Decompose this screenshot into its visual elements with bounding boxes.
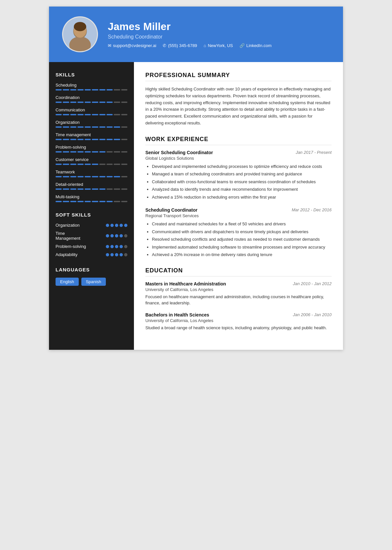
skill-name: Customer service <box>56 157 127 162</box>
main-content: PROFESSIONAL SUMMARY Highly skilled Sche… <box>134 62 343 350</box>
job-company: Regional Transport Services <box>145 213 332 218</box>
job-bullet: Developed and implemented scheduling pro… <box>152 163 332 170</box>
skill-name: Organization <box>56 120 127 125</box>
skill-name: Coordination <box>56 95 127 100</box>
education-item: Bachelors in Health Sciences Jan 2006 - … <box>145 312 332 331</box>
edu-school: University of California, Los Angeles <box>145 318 332 323</box>
soft-skills-list: OrganizationTimeManagementProblem-solvin… <box>56 223 127 257</box>
summary-title: PROFESSIONAL SUMMARY <box>145 72 332 81</box>
job-bullet: Communicated with drivers and dispatcher… <box>152 229 332 235</box>
skill-name: Time management <box>56 132 127 137</box>
job-dates: Jan 2017 - Present <box>296 150 332 155</box>
soft-skill-item: Adaptability <box>56 252 127 257</box>
education-title: EDUCATION <box>145 267 332 277</box>
experience-section: WORK EXPERIENCE Senior Scheduling Coordi… <box>145 136 332 258</box>
candidate-name: James Miller <box>108 21 271 33</box>
job-bullet: Created and maintained schedules for a f… <box>152 221 332 227</box>
languages-list: EnglishSpanish <box>56 278 127 286</box>
education-list: Masters in Healthcare Administration Jan… <box>145 281 332 331</box>
soft-skill-item: TimeManagement <box>56 231 127 241</box>
skills-list: SchedulingCoordinationCommunicationOrgan… <box>56 83 127 202</box>
summary-section: PROFESSIONAL SUMMARY Highly skilled Sche… <box>145 72 332 127</box>
skill-name: Detail-oriented <box>56 182 127 187</box>
resume-body: SKILLS SchedulingCoordinationCommunicati… <box>49 62 343 350</box>
soft-skill-name: TimeManagement <box>56 231 106 241</box>
education-section: EDUCATION Masters in Healthcare Administ… <box>145 267 332 331</box>
job-bullet: Analyzed data to identify trends and mak… <box>152 186 332 193</box>
skill-name: Scheduling <box>56 83 127 88</box>
edu-description: Focused on healthcare management and adm… <box>145 294 332 306</box>
languages-section: LANGUAGES EnglishSpanish <box>56 267 127 286</box>
edu-school: University of California, Los Angeles <box>145 287 332 292</box>
linkedin-text: LinkedIn.com <box>246 43 271 48</box>
resume-container: James Miller Scheduling Coordinator ✉ su… <box>49 7 343 350</box>
edu-dates: Jan 2006 - Jan 2010 <box>293 312 332 317</box>
edu-dates: Jan 2010 - Jan 2012 <box>293 281 332 286</box>
avatar <box>62 16 98 52</box>
contact-email: ✉ support@cvdesigner.ai <box>108 43 156 48</box>
skills-section: SKILLS SchedulingCoordinationCommunicati… <box>56 72 127 202</box>
skill-name: Multi-tasking <box>56 194 127 199</box>
skill-item: Time management <box>56 132 127 140</box>
soft-skill-name: Organization <box>56 223 106 228</box>
edu-degree: Bachelors in Health Sciences <box>145 312 209 317</box>
skill-name: Communication <box>56 107 127 112</box>
skills-title: SKILLS <box>56 72 127 77</box>
linkedin-icon: 🔗 <box>239 43 245 48</box>
job-bullet: Collaborated with cross-functional teams… <box>152 179 332 185</box>
phone-text: (555) 345-6789 <box>168 43 197 48</box>
skill-item: Scheduling <box>56 83 127 90</box>
education-item: Masters in Healthcare Administration Jan… <box>145 281 332 306</box>
summary-text: Highly skilled Scheduling Coordinator wi… <box>145 86 332 127</box>
phone-icon: ✆ <box>163 43 166 48</box>
skill-item: Teamwork <box>56 170 127 177</box>
contact-location: ⌂ NewYork, US <box>204 43 233 48</box>
skill-item: Customer service <box>56 157 127 165</box>
skill-name: Teamwork <box>56 170 127 174</box>
contact-linkedin: 🔗 LinkedIn.com <box>239 43 271 48</box>
skill-item: Organization <box>56 120 127 128</box>
skill-item: Multi-tasking <box>56 194 127 202</box>
soft-skills-title: SOFT SKILLS <box>56 212 127 218</box>
edu-degree: Masters in Healthcare Administration <box>145 281 226 286</box>
contact-phone: ✆ (555) 345-6789 <box>163 43 197 48</box>
email-icon: ✉ <box>108 43 111 48</box>
languages-title: LANGUAGES <box>56 267 127 272</box>
soft-skill-name: Adaptability <box>56 252 106 257</box>
skill-item: Problem-solving <box>56 145 127 153</box>
job-bullet: Implemented automated scheduling softwar… <box>152 244 332 251</box>
edu-description: Studied a broad range of health science … <box>145 325 332 331</box>
soft-skill-item: Organization <box>56 223 127 228</box>
job-item: Senior Scheduling Coordinator Jan 2017 -… <box>145 150 332 201</box>
language-tag: English <box>56 278 79 286</box>
skill-item: Coordination <box>56 95 127 103</box>
contact-list: ✉ support@cvdesigner.ai ✆ (555) 345-6789… <box>108 43 271 48</box>
job-bullet: Managed a team of scheduling coordinator… <box>152 171 332 177</box>
job-company: Global Logistics Solutions <box>145 156 332 161</box>
job-title: Senior Scheduling Coordinator <box>145 150 213 155</box>
job-item: Scheduling Coordinator Mar 2012 - Dec 20… <box>145 207 332 258</box>
resume-header: James Miller Scheduling Coordinator ✉ su… <box>49 7 343 62</box>
sidebar: SKILLS SchedulingCoordinationCommunicati… <box>49 62 134 350</box>
job-bullet: Achieved a 20% increase in on-time deliv… <box>152 251 332 258</box>
job-dates: Mar 2012 - Dec 2016 <box>292 207 332 212</box>
skill-item: Detail-oriented <box>56 182 127 190</box>
soft-skill-name: Problem-solving <box>56 244 106 249</box>
location-icon: ⌂ <box>204 43 206 48</box>
header-info: James Miller Scheduling Coordinator ✉ su… <box>108 21 271 48</box>
jobs-list: Senior Scheduling Coordinator Jan 2017 -… <box>145 150 332 258</box>
job-bullet: Resolved scheduling conflicts and adjust… <box>152 236 332 243</box>
experience-title: WORK EXPERIENCE <box>145 136 332 145</box>
job-bullet: Achieved a 15% reduction in scheduling e… <box>152 194 332 201</box>
job-title: Scheduling Coordinator <box>145 207 197 213</box>
location-text: NewYork, US <box>208 43 233 48</box>
candidate-title: Scheduling Coordinator <box>108 34 271 40</box>
skill-item: Communication <box>56 107 127 115</box>
email-text: support@cvdesigner.ai <box>113 43 156 48</box>
skill-name: Problem-solving <box>56 145 127 150</box>
soft-skills-section: SOFT SKILLS OrganizationTimeManagementPr… <box>56 212 127 257</box>
soft-skill-item: Problem-solving <box>56 244 127 249</box>
language-tag: Spanish <box>81 278 106 286</box>
